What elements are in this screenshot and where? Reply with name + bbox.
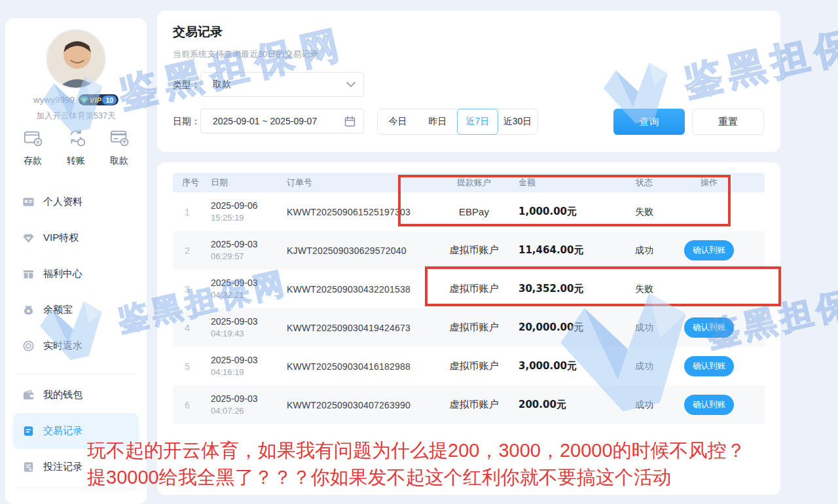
complaint-line2: 提30000给我全黑了？？？你如果发不起这个红利你就不要搞这个活动 xyxy=(87,464,746,491)
row-status: 失败 xyxy=(611,206,677,218)
range-preset-button[interactable]: 昨日 xyxy=(418,109,458,134)
row-datetime: 2025-09-0304:19:43 xyxy=(202,315,278,340)
complaint-annotation: 玩不起的开云体育，如果我有问题为什么提200，3000，20000的时候不风控？… xyxy=(87,437,746,491)
row-amount: 30,352.00元 xyxy=(513,283,611,295)
search-button[interactable]: 查询 xyxy=(613,109,685,135)
vip-icon xyxy=(22,232,35,244)
row-status: 成功 xyxy=(611,399,677,411)
page-title: 交易记录 xyxy=(173,24,223,41)
chevron-down-icon xyxy=(346,82,355,87)
filter-card: 交易记录 当前系统支持查询最近30日的交易记录 类型： 取款 日期： 2025-… xyxy=(157,10,780,152)
avatar-image xyxy=(47,30,106,89)
row-order-no: KWWT202509030407263990 xyxy=(278,400,435,410)
bet-icon xyxy=(22,461,35,473)
date-range-value: 2025-09-01 ~ 2025-09-07 xyxy=(213,116,317,126)
range-preset-button[interactable]: 近30日 xyxy=(498,109,537,134)
username: wywy9999 xyxy=(33,95,75,105)
type-label: 类型： xyxy=(173,72,200,97)
table-row: 22025-09-0306:29:57KJWT20250903062957204… xyxy=(173,231,765,270)
table-row: 62025-09-0304:07:26KWWT20250903040726399… xyxy=(173,386,765,424)
row-index: 5 xyxy=(173,361,202,372)
table-row: 52025-09-0304:16:19KWWT20250903041618298… xyxy=(173,347,765,386)
transfer-quick-action[interactable]: 转账 xyxy=(65,127,86,167)
welfare-icon xyxy=(22,268,35,280)
row-amount: 3,000.00元 xyxy=(513,360,611,372)
reset-button[interactable]: 重置 xyxy=(692,109,764,135)
row-order-no: KJWT202509030629572040 xyxy=(278,245,435,256)
vip-diamond-icon xyxy=(79,96,89,105)
col-header-order: 订单号 xyxy=(278,177,435,189)
col-header-no: 序号 xyxy=(173,177,202,189)
sidebar: wywy9999 VIP 10 加入开云体育第537天 存款转账取款 个人资料V… xyxy=(5,18,147,504)
sidebar-item-wallet[interactable]: 我的钱包 xyxy=(5,377,147,413)
row-status: 成功 xyxy=(611,245,677,257)
confirm-receipt-button[interactable]: 确认到账 xyxy=(684,240,734,261)
transaction-records-page: wywy9999 VIP 10 加入开云体育第537天 存款转账取款 个人资料V… xyxy=(0,0,838,504)
row-datetime: 2025-09-0615:25:19 xyxy=(202,200,278,224)
row-amount: 1,000.00元 xyxy=(513,206,611,218)
type-select[interactable]: 取款 xyxy=(200,72,364,97)
rebate-icon xyxy=(22,340,35,352)
transfer-icon xyxy=(65,127,86,151)
col-header-account: 提款账户 xyxy=(435,177,513,189)
vip-level: 10 xyxy=(102,96,117,105)
row-index: 6 xyxy=(173,400,202,410)
row-action: 确认到账 xyxy=(677,317,765,338)
row-amount: 11,464.00元 xyxy=(513,244,611,257)
row-status: 成功 xyxy=(611,361,677,372)
date-range-presets: 今日昨日近7日近30日 xyxy=(377,109,538,135)
row-index: 2 xyxy=(173,245,202,256)
row-action: 确认到账 xyxy=(677,395,765,415)
date-range-input[interactable]: 2025-09-01 ~ 2025-09-07 xyxy=(200,109,364,134)
row-index: 4 xyxy=(173,323,202,333)
sidebar-item-welfare[interactable]: 福利中心 xyxy=(5,256,147,292)
row-datetime: 2025-09-0306:29:57 xyxy=(202,238,278,262)
type-select-value: 取款 xyxy=(213,79,231,90)
confirm-receipt-button[interactable]: 确认到账 xyxy=(684,395,734,415)
sidebar-nav-top: 个人资料VIP特权福利中心余额宝实时返水 xyxy=(5,184,147,364)
confirm-receipt-button[interactable]: 确认到账 xyxy=(684,356,734,376)
row-status: 失败 xyxy=(611,283,677,295)
confirm-receipt-button[interactable]: 确认到账 xyxy=(684,317,734,338)
col-header-status: 状态 xyxy=(611,177,677,189)
table-row: 12025-09-0615:25:19KWWT20250906152519730… xyxy=(173,192,765,231)
withdraw-icon xyxy=(109,127,130,151)
sidebar-item-profile[interactable]: 个人资料 xyxy=(5,184,147,220)
row-status: 成功 xyxy=(611,322,677,334)
date-label: 日期： xyxy=(173,109,200,134)
row-datetime: 2025-09-0304:16:19 xyxy=(202,354,278,378)
records-table: 序号 日期 订单号 提款账户 金额 状态 操作 12025-09-0615:25… xyxy=(173,173,765,424)
deposit-icon xyxy=(22,127,43,151)
joined-days-text: 加入开云体育第537天 xyxy=(5,111,147,122)
sidebar-item-rebate[interactable]: 实时返水 xyxy=(5,328,147,364)
row-account: 虚拟币账户 xyxy=(435,244,513,257)
row-account: 虚拟币账户 xyxy=(435,283,513,295)
deposit-quick-action[interactable]: 存款 xyxy=(22,127,43,167)
row-amount: 200.00元 xyxy=(513,399,611,411)
row-index: 1 xyxy=(173,207,202,217)
row-datetime: 2025-09-0304:32:21 xyxy=(202,277,278,301)
table-header-row: 序号 日期 订单号 提款账户 金额 状态 操作 xyxy=(173,173,765,192)
trade-icon xyxy=(22,425,35,437)
row-account: EBPay xyxy=(435,206,513,217)
withdraw-quick-action[interactable]: 取款 xyxy=(109,127,130,167)
calendar-icon xyxy=(344,116,355,127)
sidebar-item-yuebao[interactable]: 余额宝 xyxy=(5,292,147,328)
quick-actions: 存款转账取款 xyxy=(5,127,147,167)
row-index: 3 xyxy=(173,284,202,295)
profile-icon xyxy=(22,196,35,208)
table-row: 32025-09-0304:32:21KWWT20250903043220153… xyxy=(173,270,765,308)
row-order-no: KWWT202509061525197303 xyxy=(278,207,435,217)
row-account: 虚拟币账户 xyxy=(435,399,513,411)
vip-label: VIP xyxy=(90,96,101,104)
table-row: 42025-09-0304:19:43KWWT20250903041942467… xyxy=(173,308,765,347)
row-account: 虚拟币账户 xyxy=(435,321,513,334)
row-order-no: KWWT202509030416182988 xyxy=(278,361,435,372)
row-action: 确认到账 xyxy=(677,240,765,261)
range-preset-button[interactable]: 今日 xyxy=(378,109,418,134)
vip-badge: VIP 10 xyxy=(79,94,118,105)
sidebar-item-vip[interactable]: VIP特权 xyxy=(5,220,147,256)
col-header-amount: 金额 xyxy=(513,177,611,189)
row-action: 确认到账 xyxy=(677,356,765,376)
range-preset-button[interactable]: 近7日 xyxy=(458,109,498,134)
